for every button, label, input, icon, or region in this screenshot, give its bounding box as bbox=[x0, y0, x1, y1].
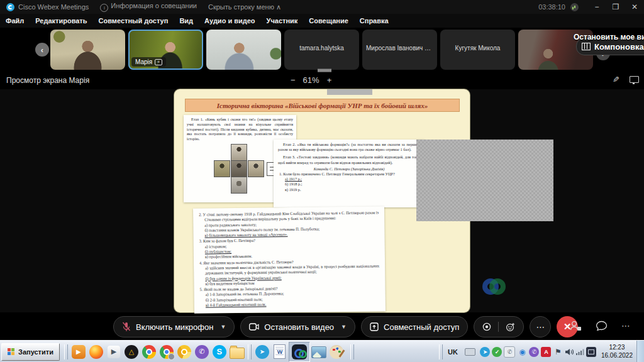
answer-1a: а) 1917 р.; bbox=[274, 177, 425, 182]
chrome-icon[interactable] bbox=[140, 343, 158, 361]
photos-icon[interactable] bbox=[310, 343, 328, 361]
file-manager-icon[interactable] bbox=[228, 343, 246, 361]
tray-antivirus-icon[interactable]: ✓ bbox=[492, 347, 502, 357]
tray-telegram-icon[interactable]: ➤ bbox=[480, 347, 490, 357]
portrait-cell bbox=[248, 160, 264, 177]
panel-more-icon[interactable]: ⋯ bbox=[621, 321, 630, 331]
zoom-out-button[interactable]: − bbox=[291, 75, 296, 85]
team-caption: Команда С. Петлюри (Запорізька Дивізія) bbox=[274, 167, 425, 171]
windows-logo-icon bbox=[8, 348, 15, 356]
chevron-down-icon: ▼ bbox=[220, 324, 226, 330]
info-icon: i bbox=[100, 4, 108, 12]
system-tray: UK ➤ ✓ ✆ ◉ ✆ A ⚑ 12:23 16.06.2022 bbox=[437, 341, 644, 362]
restore-button[interactable]: ❐ bbox=[606, 0, 625, 14]
language-indicator[interactable]: UK bbox=[445, 347, 461, 357]
viber-icon[interactable]: ✆ bbox=[193, 343, 211, 361]
paint-icon[interactable] bbox=[328, 343, 345, 361]
tray-red-app-icon[interactable]: A bbox=[541, 347, 551, 357]
menu-meeting[interactable]: Совещание bbox=[303, 17, 353, 25]
display-options-icon[interactable] bbox=[630, 76, 639, 83]
chrome-canary-icon[interactable] bbox=[175, 343, 193, 361]
etap2-text: Етап 2. «Яка ти військова формація?» (за… bbox=[274, 140, 425, 152]
video-tile-tamara[interactable]: tamara.halytska bbox=[284, 30, 359, 70]
toolbar-grip[interactable] bbox=[350, 344, 354, 359]
stop-video-button[interactable]: Остановить видео ▼ bbox=[240, 316, 355, 337]
menu-edit[interactable]: Редактировать bbox=[30, 17, 92, 25]
tray-action-center-flag-icon[interactable]: ⚑ bbox=[553, 347, 563, 357]
video-filmstrip: ‹ Марія+ tamara.halytska Мирослав Іванов… bbox=[0, 28, 644, 72]
meeting-controls: Включить микрофон ▼ Остановить видео ▼ С… bbox=[0, 315, 644, 340]
tray-volume-icon[interactable] bbox=[565, 348, 574, 356]
participants-icon[interactable] bbox=[569, 320, 582, 331]
divider bbox=[498, 322, 499, 332]
menu-file[interactable]: Файл bbox=[0, 17, 30, 25]
tray-clock[interactable]: 12:23 16.06.2022 bbox=[601, 344, 633, 359]
document-title: Історична вікторина «Військові формації … bbox=[217, 102, 428, 109]
menu-share[interactable]: Совместный доступ bbox=[93, 17, 174, 25]
chrome-profile-icon[interactable] bbox=[158, 343, 175, 361]
shared-screen-area: Історична вікторина «Військові формації … bbox=[0, 89, 644, 312]
menu-help[interactable]: Справка bbox=[354, 17, 394, 25]
answer-1c: в) 1919 р. bbox=[274, 187, 425, 192]
portrait-cell bbox=[231, 144, 247, 161]
media-player-icon[interactable]: ▶ bbox=[70, 343, 87, 361]
etap3-text: Етап 3. «Тестові завдання» (команди мают… bbox=[274, 152, 425, 165]
etap2-3-card: Етап 2. «Яка ти військова формація?» (за… bbox=[274, 140, 425, 207]
annotate-icon[interactable]: ✎ bbox=[613, 75, 619, 84]
keyboard-layout-icon[interactable] bbox=[465, 348, 475, 356]
kmplayer-icon[interactable]: ▶ bbox=[105, 343, 123, 361]
telegram-icon[interactable]: ➤ bbox=[253, 343, 271, 361]
share-content-button[interactable]: Совместный доступ bbox=[361, 316, 468, 337]
answer-1b: б) 1918 р.; bbox=[274, 182, 425, 187]
video-tile-participant-1[interactable] bbox=[50, 30, 125, 70]
more-options-button[interactable]: ⋯ bbox=[530, 316, 551, 337]
show-desktop-button[interactable] bbox=[636, 341, 644, 362]
mic-muted-icon bbox=[122, 322, 131, 332]
share-screen-icon bbox=[370, 322, 379, 331]
tray-viber-icon[interactable]: ✆ bbox=[529, 347, 539, 357]
video-tile-myroslav[interactable]: Мирослав Іванович Га... bbox=[362, 30, 437, 70]
add-reaction-icon: + bbox=[155, 59, 162, 65]
video-tile-maria[interactable]: Марія+ bbox=[128, 30, 203, 70]
tray-network-icon[interactable] bbox=[575, 348, 584, 356]
record-reactions-group bbox=[474, 316, 524, 337]
reactions-icon[interactable] bbox=[506, 322, 515, 332]
layout-grid-icon bbox=[582, 43, 591, 50]
record-icon[interactable] bbox=[482, 322, 491, 331]
unmute-button[interactable]: Включить микрофон ▼ bbox=[113, 316, 235, 337]
menubar: Файл Редактировать Совместный доступ Вид… bbox=[0, 14, 644, 28]
scroll-left-icon[interactable]: ‹ bbox=[35, 43, 49, 57]
tray-app-icon[interactable] bbox=[586, 347, 596, 357]
firefox-icon[interactable] bbox=[87, 343, 105, 361]
menu-audio-video[interactable]: Аудио и видео bbox=[199, 17, 260, 25]
etap1-text: Етап 1. «Кинь кубик і скажи хто ти!» (за… bbox=[184, 115, 296, 142]
meeting-info-button[interactable]: iИнформация о совещании bbox=[100, 2, 197, 12]
gray-placeholder-box bbox=[416, 140, 553, 221]
close-button[interactable]: ✕ bbox=[625, 0, 644, 14]
app-title: Cisco Webex Meetings bbox=[18, 3, 89, 11]
toolbar-grip[interactable] bbox=[248, 344, 252, 359]
menu-participant[interactable]: Участник bbox=[261, 17, 304, 25]
word-document-icon[interactable]: W bbox=[271, 343, 289, 361]
webex-taskbar-button[interactable] bbox=[289, 342, 310, 362]
connection-quality-icon[interactable] bbox=[570, 3, 579, 11]
video-tile-participant-3[interactable] bbox=[206, 30, 281, 70]
clock-time: 12:23 bbox=[601, 344, 633, 352]
tray-phone-link-icon[interactable]: ✆ bbox=[504, 346, 515, 358]
start-button[interactable]: Запустити bbox=[1, 343, 60, 361]
aimp-icon[interactable]: △ bbox=[123, 343, 140, 361]
video-tile-kugutiak[interactable]: Кугутяк Микола bbox=[440, 30, 515, 70]
chat-icon[interactable] bbox=[596, 321, 608, 331]
share-info-bar: Просмотр экрана Марія − 61% + ✎ bbox=[0, 72, 644, 89]
toolbar-grip[interactable] bbox=[64, 344, 68, 359]
minimize-button[interactable]: − bbox=[587, 0, 606, 14]
windows-taskbar: Запустити ▶ ▶ △ ✆ S ➤ W UK ➤ ✓ ✆ ◉ ✆ A ⚑ bbox=[0, 340, 644, 362]
hide-menu-button[interactable]: Скрыть строку меню ∧ bbox=[208, 3, 281, 11]
question-1: 1. Коли було призначено С. Петлюру Генер… bbox=[274, 171, 425, 177]
menu-view[interactable]: Вид bbox=[174, 17, 199, 25]
zoom-in-button[interactable]: + bbox=[327, 75, 332, 85]
zoom-controls: − 61% + bbox=[291, 75, 331, 85]
skype-icon[interactable]: S bbox=[211, 343, 228, 361]
tray-eye-icon[interactable]: ◉ bbox=[517, 347, 527, 357]
document-title-banner: Історична вікторина «Військові формації … bbox=[185, 99, 460, 112]
